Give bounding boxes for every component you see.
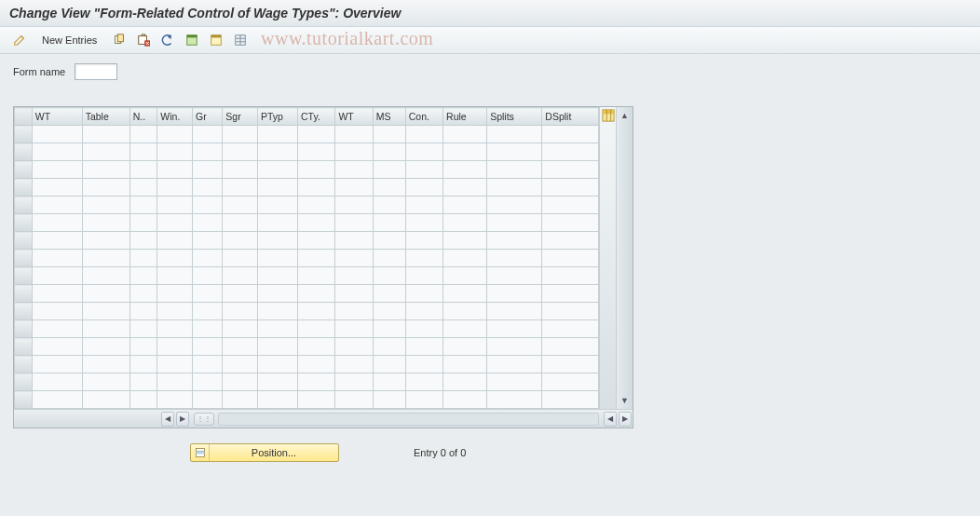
cell[interactable] bbox=[157, 303, 193, 320]
cell[interactable] bbox=[542, 391, 599, 409]
vscroll-track[interactable] bbox=[617, 124, 633, 392]
cell[interactable] bbox=[487, 232, 542, 250]
cell[interactable] bbox=[405, 267, 442, 285]
cell[interactable] bbox=[443, 197, 487, 214]
cell[interactable] bbox=[405, 126, 442, 143]
cell[interactable] bbox=[129, 267, 157, 285]
row-selector[interactable] bbox=[15, 285, 33, 303]
cell[interactable] bbox=[487, 161, 542, 179]
copy-icon[interactable] bbox=[109, 31, 129, 49]
cell[interactable] bbox=[373, 161, 405, 179]
scroll-left-end-icon[interactable]: ◀ bbox=[604, 412, 617, 427]
col-header-wt[interactable]: WT bbox=[32, 108, 82, 126]
scroll-left-icon[interactable]: ◀ bbox=[161, 412, 174, 427]
cell[interactable] bbox=[223, 320, 258, 338]
cell[interactable] bbox=[193, 250, 223, 267]
cell[interactable] bbox=[373, 267, 405, 285]
cell[interactable] bbox=[542, 179, 599, 197]
cell[interactable] bbox=[487, 338, 542, 356]
cell[interactable] bbox=[157, 391, 193, 409]
cell[interactable] bbox=[82, 285, 129, 303]
column-config-button[interactable] bbox=[599, 107, 616, 409]
cell[interactable] bbox=[298, 285, 335, 303]
cell[interactable] bbox=[298, 126, 335, 143]
row-selector[interactable] bbox=[15, 232, 33, 250]
cell[interactable] bbox=[542, 338, 599, 356]
cell[interactable] bbox=[193, 214, 223, 232]
cell[interactable] bbox=[157, 285, 193, 303]
cell[interactable] bbox=[443, 320, 487, 338]
cell[interactable] bbox=[157, 267, 193, 285]
row-selector[interactable] bbox=[15, 356, 33, 373]
scroll-right-end-icon[interactable]: ▶ bbox=[619, 412, 632, 427]
cell[interactable] bbox=[405, 232, 442, 250]
cell[interactable] bbox=[298, 267, 335, 285]
cell[interactable] bbox=[193, 338, 223, 356]
cell[interactable] bbox=[443, 214, 487, 232]
cell[interactable] bbox=[373, 303, 405, 320]
row-selector[interactable] bbox=[15, 179, 33, 197]
cell[interactable] bbox=[257, 179, 297, 197]
scroll-up-icon[interactable]: ▲ bbox=[617, 107, 633, 124]
cell[interactable] bbox=[257, 391, 297, 409]
cell[interactable] bbox=[223, 179, 258, 197]
cell[interactable] bbox=[157, 250, 193, 267]
cell[interactable] bbox=[373, 143, 405, 161]
cell[interactable] bbox=[542, 143, 599, 161]
cell[interactable] bbox=[32, 303, 82, 320]
cell[interactable] bbox=[298, 356, 335, 373]
cell[interactable] bbox=[82, 373, 129, 391]
cell[interactable] bbox=[157, 214, 193, 232]
cell[interactable] bbox=[32, 179, 82, 197]
cell[interactable] bbox=[82, 161, 129, 179]
cell[interactable] bbox=[223, 126, 258, 143]
cell[interactable] bbox=[223, 373, 258, 391]
delete-icon[interactable] bbox=[133, 31, 154, 49]
cell[interactable] bbox=[373, 126, 405, 143]
cell[interactable] bbox=[335, 391, 373, 409]
cell[interactable] bbox=[129, 126, 157, 143]
cell[interactable] bbox=[157, 338, 193, 356]
cell[interactable] bbox=[542, 267, 599, 285]
row-selector[interactable] bbox=[15, 267, 33, 285]
cell[interactable] bbox=[335, 126, 373, 143]
cell[interactable] bbox=[487, 267, 542, 285]
cell[interactable] bbox=[157, 126, 193, 143]
cell[interactable] bbox=[373, 285, 405, 303]
col-header-sgr[interactable]: Sgr bbox=[223, 108, 258, 126]
cell[interactable] bbox=[405, 303, 442, 320]
col-header-dsplit[interactable]: DSplit bbox=[542, 108, 599, 126]
cell[interactable] bbox=[443, 303, 487, 320]
cell[interactable] bbox=[335, 179, 373, 197]
cell[interactable] bbox=[298, 391, 335, 409]
cell[interactable] bbox=[223, 232, 258, 250]
deselect-all-icon[interactable] bbox=[206, 31, 226, 49]
cell[interactable] bbox=[335, 214, 373, 232]
cell[interactable] bbox=[223, 356, 258, 373]
cell[interactable] bbox=[542, 214, 599, 232]
cell[interactable] bbox=[82, 143, 129, 161]
cell[interactable] bbox=[157, 197, 193, 214]
cell[interactable] bbox=[32, 356, 82, 373]
cell[interactable] bbox=[298, 338, 335, 356]
cell[interactable] bbox=[373, 373, 405, 391]
cell[interactable] bbox=[542, 285, 599, 303]
cell[interactable] bbox=[487, 197, 542, 214]
cell[interactable] bbox=[298, 250, 335, 267]
cell[interactable] bbox=[298, 320, 335, 338]
cell[interactable] bbox=[298, 179, 335, 197]
cell[interactable] bbox=[223, 303, 258, 320]
cell[interactable] bbox=[542, 303, 599, 320]
undo-icon[interactable] bbox=[157, 31, 178, 49]
cell[interactable] bbox=[257, 338, 297, 356]
cell[interactable] bbox=[373, 250, 405, 267]
cell[interactable] bbox=[373, 214, 405, 232]
cell[interactable] bbox=[298, 373, 335, 391]
cell[interactable] bbox=[443, 232, 487, 250]
vertical-scrollbar[interactable]: ▲ ▼ bbox=[616, 107, 633, 409]
cell[interactable] bbox=[257, 356, 297, 373]
row-selector[interactable] bbox=[15, 197, 33, 214]
cell[interactable] bbox=[443, 285, 487, 303]
cell[interactable] bbox=[193, 373, 223, 391]
cell[interactable] bbox=[373, 338, 405, 356]
